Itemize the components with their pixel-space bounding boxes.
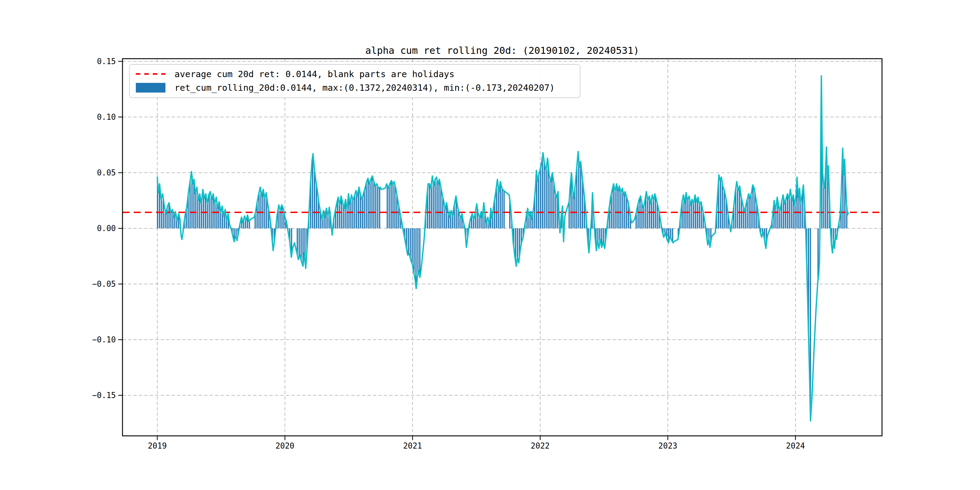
ret-cum-rolling-20d-bar (622, 191, 624, 228)
ret-cum-rolling-20d-bar (517, 228, 518, 258)
ret-cum-rolling-20d-bar (473, 219, 474, 228)
ret-cum-rolling-20d-bar (498, 189, 499, 228)
ret-cum-rolling-20d-bar (347, 210, 348, 228)
ret-cum-rolling-20d-bar (161, 199, 162, 228)
ret-cum-rolling-20d-bar (366, 183, 367, 228)
ret-cum-rolling-20d-bar (751, 194, 752, 228)
ret-cum-rolling-20d-bar (444, 207, 445, 228)
ret-cum-rolling-20d-bar (699, 204, 700, 228)
ret-cum-rolling-20d-bar (215, 203, 216, 228)
ret-cum-rolling-20d-bar (779, 209, 780, 228)
blue-bar-swatch (136, 83, 165, 92)
x-tick-label: 2019 (133, 441, 181, 450)
x-tick-label: 2024 (771, 441, 820, 450)
red-dashed-line-swatch (136, 73, 165, 75)
ret-cum-rolling-20d-bar (653, 200, 654, 228)
ret-cum-rolling-20d-bar (419, 228, 420, 277)
ret-cum-rolling-20d-bar (697, 199, 698, 228)
ret-cum-rolling-20d-bar (504, 191, 505, 228)
ret-cum-rolling-20d-bar (392, 184, 393, 228)
ret-cum-rolling-20d-bar (195, 192, 196, 229)
ret-cum-rolling-20d-bar (823, 185, 824, 228)
ret-cum-rolling-20d-bar (364, 191, 365, 228)
ret-cum-rolling-20d-bar (429, 184, 430, 228)
ret-cum-rolling-20d-bar (724, 191, 725, 228)
ret-cum-rolling-20d-bar (414, 228, 415, 274)
ret-cum-rolling-20d-bar (408, 228, 409, 255)
ret-cum-rolling-20d-bar (569, 202, 570, 228)
ret-cum-rolling-20d-bar (339, 204, 340, 228)
chart-title: alpha cum ret rolling 20d: (20190102, 20… (123, 45, 882, 56)
y-tick-label: 0.15 (67, 57, 116, 66)
ret-cum-rolling-20d-bar (620, 192, 622, 228)
ret-cum-rolling-20d-bar (578, 159, 579, 228)
ret-cum-rolling-20d-bar (433, 183, 434, 228)
ret-cum-rolling-20d-bar (209, 194, 210, 228)
ret-cum-rolling-20d-bar (373, 181, 374, 228)
ret-cum-rolling-20d-bar (722, 183, 723, 228)
ret-cum-rolling-20d-bar (441, 187, 442, 228)
ret-cum-rolling-20d-bar (708, 228, 710, 239)
ret-cum-rolling-20d-bar (787, 194, 788, 228)
y-tick-label: −0.15 (67, 391, 116, 400)
ret-cum-rolling-20d-bar (616, 186, 618, 228)
ret-cum-rolling-20d-bar (752, 185, 753, 228)
ret-cum-rolling-20d-bar (264, 199, 265, 228)
ret-cum-rolling-20d-bar (546, 169, 547, 228)
y-tick-label: −0.05 (67, 280, 116, 288)
ret-cum-rolling-20d-bar (687, 200, 689, 229)
ret-cum-rolling-20d-bar (800, 204, 802, 228)
ret-cum-rolling-20d-bar (368, 179, 369, 228)
y-tick-label: 0.10 (67, 113, 116, 122)
ret-cum-rolling-20d-bar (327, 216, 328, 228)
ret-cum-rolling-20d-bar (737, 187, 738, 228)
ret-cum-rolling-20d-bar (798, 192, 799, 228)
ret-cum-rolling-20d-bar (827, 178, 828, 229)
ret-cum-rolling-20d-bar (615, 192, 616, 229)
ret-cum-rolling-20d-bar (412, 228, 413, 264)
ret-cum-rolling-20d-bar (775, 208, 776, 228)
ret-cum-rolling-20d-bar (390, 181, 392, 228)
ret-cum-rolling-20d-bar (647, 200, 648, 228)
ret-cum-rolling-20d-bar (201, 202, 202, 228)
ret-cum-rolling-20d-bar (540, 168, 541, 228)
ret-cum-rolling-20d-bar (220, 213, 221, 228)
ret-cum-rolling-20d-bar (501, 189, 503, 228)
ret-cum-rolling-20d-bar (354, 195, 355, 228)
ret-cum-rolling-20d-bar (371, 177, 373, 228)
y-tick-label: −0.10 (67, 335, 116, 344)
ret-cum-rolling-20d-bar (281, 206, 283, 229)
legend: average cum 20d ret: 0.0144, blank parts… (129, 64, 581, 98)
legend-item-average-line: average cum 20d ret: 0.0144, blank parts… (136, 67, 580, 81)
ret-cum-rolling-20d-bar (785, 200, 786, 228)
ret-cum-rolling-20d-bar (542, 157, 543, 228)
ret-cum-rolling-20d-bar (262, 191, 263, 228)
ret-cum-rolling-20d-bar (410, 228, 411, 258)
ret-cum-rolling-20d-bar (618, 188, 619, 228)
ret-cum-rolling-20d-bar (549, 179, 550, 228)
ret-cum-rolling-20d-bar (452, 216, 453, 228)
ret-cum-rolling-20d-bar (207, 204, 208, 228)
axes-spines (123, 59, 882, 436)
ret-cum-rolling-20d-bar (375, 185, 376, 228)
ret-cum-rolling-20d-bar (528, 216, 530, 228)
ret-cum-rolling-20d-bar (795, 204, 796, 228)
ret-cum-rolling-20d-bar (643, 207, 644, 228)
ret-cum-rolling-20d-bar (377, 186, 379, 228)
ret-cum-rolling-20d-bar (551, 175, 553, 228)
ret-cum-rolling-20d-bar (641, 203, 643, 228)
ret-cum-rolling-20d-bar (555, 194, 556, 228)
ret-cum-rolling-20d-bar (436, 180, 438, 229)
ret-cum-rolling-20d-bar (431, 184, 432, 228)
x-tick-label: 2022 (516, 441, 565, 450)
ret-cum-rolling-20d-line (157, 76, 848, 421)
ret-cum-rolling-20d-bar (389, 186, 390, 228)
ret-cum-rolling-20d-bar (544, 163, 545, 228)
ret-cum-rolling-20d-bar (395, 185, 396, 228)
ret-cum-rolling-20d-bar (538, 176, 539, 229)
ret-cum-rolling-20d-bar (210, 196, 212, 228)
ret-cum-rolling-20d-bar (693, 204, 694, 228)
ret-cum-rolling-20d-bar (299, 228, 300, 257)
x-tick-label: 2020 (261, 441, 309, 450)
y-tick-label: 0.00 (67, 224, 116, 233)
